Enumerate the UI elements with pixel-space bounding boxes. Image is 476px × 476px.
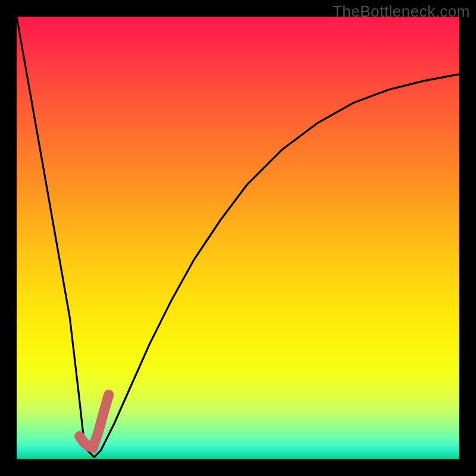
curve-layer [17, 17, 459, 459]
plot-area [17, 17, 459, 459]
chart-frame: TheBottleneck.com [0, 0, 476, 476]
bottleneck-curve [17, 17, 459, 457]
highlight-marker [80, 394, 109, 447]
